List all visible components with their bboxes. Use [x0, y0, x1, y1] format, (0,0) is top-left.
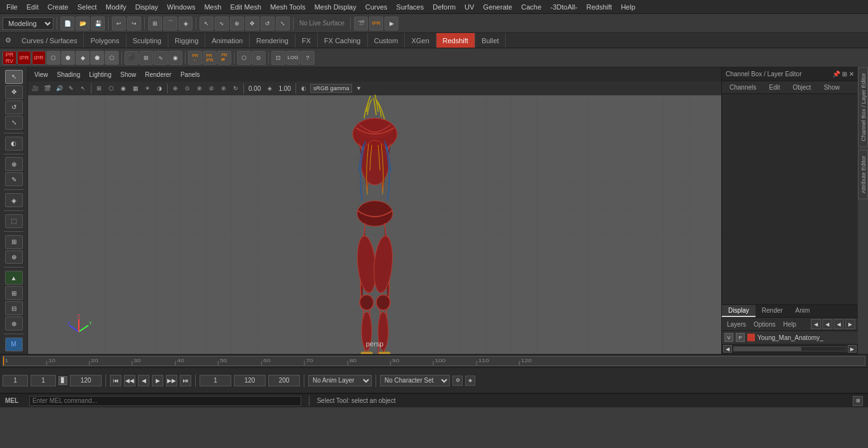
select-tool-side-btn[interactable]: ↖ — [5, 70, 23, 84]
ipr-btn[interactable]: IPR — [369, 17, 383, 31]
menu-deform[interactable]: Deform — [429, 2, 459, 12]
ch-tab-channels[interactable]: Channels — [724, 83, 761, 92]
vp-display1-icon[interactable]: ⊕ — [170, 83, 181, 94]
vp-audio-icon[interactable]: 🔊 — [53, 83, 65, 94]
layer-tab-render[interactable]: Render — [756, 305, 789, 317]
rs-bowl2-btn[interactable]: ⊙ — [252, 51, 266, 65]
rs-btn5[interactable]: ⬢ — [61, 51, 75, 65]
layer-del-btn[interactable]: ◀ — [822, 319, 832, 329]
rs-circle-btn[interactable]: ◉ — [168, 51, 182, 65]
play-forward-btn[interactable]: ▶ — [152, 375, 163, 386]
menu-edit[interactable]: Edit — [23, 2, 43, 12]
layer-tab-anim[interactable]: Anim — [789, 305, 817, 317]
step-forward-btn[interactable]: ▶▶ — [166, 375, 177, 386]
frame-display-input[interactable] — [31, 375, 56, 386]
menu-mesh-display[interactable]: Mesh Display — [311, 2, 360, 12]
rs-btn6[interactable]: ◆ — [76, 51, 90, 65]
snap-curve-btn[interactable]: ⌒ — [163, 17, 177, 31]
scroll-left-btn[interactable]: ◀ — [723, 345, 732, 353]
vp-mark-icon[interactable]: ✎ — [65, 83, 77, 94]
redo-btn[interactable]: ↪ — [127, 17, 141, 31]
pivot-btn[interactable]: ⊕ — [5, 157, 23, 171]
rs-btn3[interactable]: IPR — [32, 51, 46, 65]
tweak-btn[interactable]: ✎ — [5, 172, 23, 186]
vp-val1-icon[interactable]: ◈ — [264, 83, 275, 94]
rs-pr-btn3[interactable]: PR⇄ — [217, 51, 231, 65]
snap-surface-btn[interactable]: ◈ — [179, 17, 193, 31]
rotate-btn[interactable]: ↺ — [261, 17, 275, 31]
tabs-gear-icon[interactable]: ⚙ — [1, 34, 15, 46]
tab-xgen[interactable]: XGen — [405, 33, 436, 48]
channel-box-close-icon[interactable]: ✕ — [849, 71, 854, 78]
go-start-btn[interactable]: ⏮ — [110, 375, 121, 386]
soft-select-btn[interactable]: ◐ — [5, 137, 23, 151]
vp-wire-icon[interactable]: ⬡ — [105, 83, 117, 94]
rs-btn8[interactable]: ⬠ — [105, 51, 119, 65]
vp-display6-icon[interactable]: ↻ — [230, 83, 241, 94]
vp-display5-icon[interactable]: ⊛ — [218, 83, 229, 94]
menu-file[interactable]: File — [3, 2, 22, 12]
region-select-btn[interactable]: ⬚ — [5, 214, 23, 228]
vp-shadow-icon[interactable]: ◑ — [154, 83, 165, 94]
vp-menu-view[interactable]: View — [31, 70, 52, 79]
layer-render-vis[interactable]: P — [736, 333, 745, 342]
rs-pr-btn1[interactable]: PR→ — [188, 51, 202, 65]
rs-settings-btn[interactable]: ⊡ — [271, 51, 285, 65]
menu-generate[interactable]: Generate — [479, 2, 516, 12]
attribute-editor-side-tab[interactable]: Attribute Editor — [858, 150, 868, 200]
current-frame-input[interactable] — [3, 375, 28, 386]
menu-help[interactable]: Help — [617, 2, 639, 12]
move-tool-side-btn[interactable]: ✥ — [5, 85, 23, 99]
vp-menu-shading[interactable]: Shading — [53, 70, 85, 79]
vp-display4-icon[interactable]: ⊘ — [206, 83, 217, 94]
layer-expand-btn[interactable]: ▶ — [845, 319, 855, 329]
rs-help-btn[interactable]: ? — [301, 51, 315, 65]
rs-btn1[interactable]: PRRV — [3, 51, 17, 65]
snap-together-btn[interactable]: ⊕ — [5, 250, 23, 264]
scroll-track[interactable] — [733, 346, 846, 351]
vp-light-icon[interactable]: ☀ — [142, 83, 153, 94]
tab-rigging[interactable]: Rigging — [168, 33, 205, 48]
tab-fx-caching[interactable]: FX Caching — [318, 33, 367, 48]
vp-color-mgmt-icon[interactable]: ◐ — [298, 83, 309, 94]
layer-sub-help[interactable]: Help — [780, 320, 799, 329]
vp-grid-icon[interactable]: ⊞ — [93, 83, 105, 94]
tab-animation[interactable]: Animation — [205, 33, 250, 48]
tab-curves-surfaces[interactable]: Curves / Surfaces — [15, 33, 84, 48]
frame-end-input[interactable] — [70, 375, 102, 386]
rs-cube-btn[interactable]: ⬛ — [125, 51, 139, 65]
layer-new-btn[interactable]: ◀ — [811, 319, 821, 329]
rs-wave-btn[interactable]: ∿ — [154, 51, 168, 65]
rs-mesh-btn[interactable]: ⊞ — [139, 51, 153, 65]
vp-sel-icon[interactable]: ↖ — [78, 83, 89, 94]
command-input[interactable] — [29, 396, 301, 406]
paint-sel-btn[interactable]: ⊕ — [230, 17, 244, 31]
layer-tab-display[interactable]: Display — [722, 305, 756, 317]
vp-menu-show[interactable]: Show — [116, 70, 140, 79]
rs-bowl-btn[interactable]: ⬡ — [237, 51, 251, 65]
custom4-btn[interactable]: ⊕ — [5, 316, 23, 330]
char-set-extra-btn[interactable]: ◈ — [465, 376, 475, 386]
menu-select[interactable]: Select — [74, 2, 101, 12]
menu-3dtall[interactable]: -3DtoAll- — [546, 2, 581, 12]
snap-grid-btn[interactable]: ⊞ — [148, 17, 162, 31]
lasso-btn[interactable]: ∿ — [215, 17, 229, 31]
channel-scrollbar[interactable]: ◀ ▶ — [722, 344, 858, 354]
play-back-btn[interactable]: ◀ — [138, 375, 149, 386]
menu-windows[interactable]: Windows — [163, 2, 200, 12]
scroll-right-btn[interactable]: ▶ — [848, 345, 857, 353]
open-scene-btn[interactable]: 📂 — [76, 17, 90, 31]
scale-btn[interactable]: ⤡ — [276, 17, 290, 31]
new-scene-btn[interactable]: 📄 — [60, 17, 74, 31]
ch-tab-edit[interactable]: Edit — [764, 83, 785, 92]
menu-cache[interactable]: Cache — [517, 2, 545, 12]
tab-bullet[interactable]: Bullet — [475, 33, 506, 48]
vp-display2-icon[interactable]: ⊙ — [182, 83, 193, 94]
tab-custom[interactable]: Custom — [368, 33, 405, 48]
char-set-select[interactable]: No Character Set — [380, 375, 450, 386]
rs-pr-btn2[interactable]: PRIPR — [203, 51, 217, 65]
snap-to-grid-btn[interactable]: ⊞ — [5, 235, 23, 249]
channel-box-expand-icon[interactable]: ⊞ — [842, 71, 847, 78]
viewport[interactable]: View Shading Lighting Show Renderer Pane… — [28, 67, 721, 354]
workspace-selector[interactable]: Modeling — [3, 17, 53, 30]
